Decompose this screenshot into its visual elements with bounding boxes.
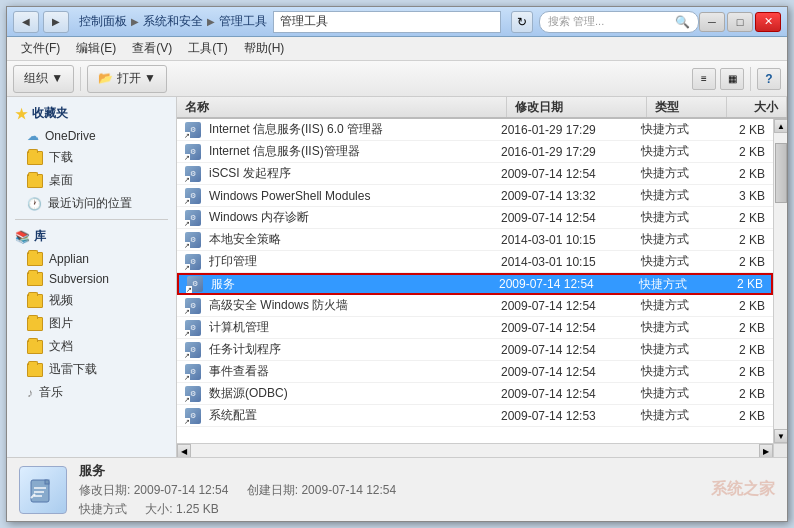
organize-button[interactable]: 组织 ▼ xyxy=(13,65,74,93)
horizontal-scrollbar[interactable]: ◀ ▶ xyxy=(177,443,773,457)
toolbar-right: ≡ ▦ ? xyxy=(692,67,781,91)
folder-icon-downloads xyxy=(27,151,43,165)
address-text: 管理工具 xyxy=(280,13,494,30)
sidebar-item-applian[interactable]: Applian xyxy=(7,249,176,269)
clock-icon: 🕐 xyxy=(27,197,42,211)
file-icon: ⚙↗ xyxy=(187,276,203,292)
h-scroll-track[interactable] xyxy=(191,444,759,457)
table-row[interactable]: ⚙↗事件查看器2009-07-14 12:54快捷方式2 KB xyxy=(177,361,773,383)
vertical-scrollbar[interactable]: ▲ ▼ xyxy=(773,119,787,443)
sidebar-item-pictures[interactable]: 图片 xyxy=(7,312,176,335)
file-name-text: 数据源(ODBC) xyxy=(209,385,288,402)
sidebar-item-downloads[interactable]: 下载 xyxy=(7,146,176,169)
help-button[interactable]: ? xyxy=(757,68,781,90)
sidebar-item-documents[interactable]: 文档 xyxy=(7,335,176,358)
file-type-cell: 快捷方式 xyxy=(633,407,713,424)
column-name[interactable]: 名称 xyxy=(177,97,507,117)
scroll-right-button[interactable]: ▶ xyxy=(759,444,773,457)
sidebar-item-label: 文档 xyxy=(49,338,73,355)
sidebar-item-thunder[interactable]: 迅雷下载 xyxy=(7,358,176,381)
table-row[interactable]: ⚙↗Windows PowerShell Modules2009-07-14 1… xyxy=(177,185,773,207)
toolbar-separator xyxy=(80,67,81,91)
table-row[interactable]: ⚙↗打印管理2014-03-01 10:15快捷方式2 KB xyxy=(177,251,773,273)
table-row[interactable]: ⚙↗Windows 内存诊断2009-07-14 12:54快捷方式2 KB xyxy=(177,207,773,229)
column-size[interactable]: 大小 xyxy=(727,97,787,117)
file-type-cell: 快捷方式 xyxy=(633,187,713,204)
minimize-button[interactable]: ─ xyxy=(699,12,725,32)
open-button[interactable]: 📂 打开 ▼ xyxy=(87,65,167,93)
file-icon: ⚙↗ xyxy=(185,386,201,402)
menu-edit[interactable]: 编辑(E) xyxy=(68,38,124,59)
status-file-icon xyxy=(19,466,67,514)
file-icon: ⚙↗ xyxy=(185,144,201,160)
close-button[interactable]: ✕ xyxy=(755,12,781,32)
sidebar-header-library[interactable]: 📚 库 xyxy=(7,224,176,249)
sidebar-item-video[interactable]: 视频 xyxy=(7,289,176,312)
menu-bar: 文件(F) 编辑(E) 查看(V) 工具(T) 帮助(H) xyxy=(7,37,787,61)
maximize-button[interactable]: □ xyxy=(727,12,753,32)
file-icon: ⚙↗ xyxy=(185,254,201,270)
sidebar-item-recent[interactable]: 🕐 最近访问的位置 xyxy=(7,192,176,215)
status-bar: 服务 修改日期: 2009-07-14 12:54 创建日期: 2009-07-… xyxy=(7,457,787,521)
sidebar-item-onedrive[interactable]: ☁ OneDrive xyxy=(7,126,176,146)
file-icon: ⚙↗ xyxy=(185,232,201,248)
sidebar-item-label: 音乐 xyxy=(39,384,63,401)
file-type-cell: 快捷方式 xyxy=(633,165,713,182)
file-list: ⚙↗Internet 信息服务(IIS) 6.0 管理器2016-01-29 1… xyxy=(177,119,773,443)
back-button[interactable]: ◀ xyxy=(13,11,39,33)
sidebar-item-music[interactable]: ♪ 音乐 xyxy=(7,381,176,404)
file-size-cell: 2 KB xyxy=(713,145,773,159)
forward-button[interactable]: ▶ xyxy=(43,11,69,33)
scrollbar-corner xyxy=(773,443,787,457)
table-row[interactable]: ⚙↗Internet 信息服务(IIS) 6.0 管理器2016-01-29 1… xyxy=(177,119,773,141)
table-row[interactable]: ⚙↗Internet 信息服务(IIS)管理器2016-01-29 17:29快… xyxy=(177,141,773,163)
scroll-down-button[interactable]: ▼ xyxy=(774,429,787,443)
column-date[interactable]: 修改日期 xyxy=(507,97,647,117)
sidebar-item-label: 桌面 xyxy=(49,172,73,189)
column-type[interactable]: 类型 xyxy=(647,97,727,117)
file-name-cell: ⚙↗本地安全策略 xyxy=(177,231,493,248)
scroll-track[interactable] xyxy=(774,133,787,429)
search-bar[interactable]: 搜索 管理... 🔍 xyxy=(539,11,699,33)
status-details-1: 修改日期: 2009-07-14 12:54 创建日期: 2009-07-14 … xyxy=(79,482,699,499)
scroll-up-button[interactable]: ▲ xyxy=(774,119,787,133)
file-name-cell: ⚙↗高级安全 Windows 防火墙 xyxy=(177,297,493,314)
status-info: 服务 修改日期: 2009-07-14 12:54 创建日期: 2009-07-… xyxy=(79,462,699,518)
watermark-text: 系统之家 xyxy=(711,479,775,500)
scroll-left-button[interactable]: ◀ xyxy=(177,444,191,457)
table-row[interactable]: ⚙↗服务2009-07-14 12:54快捷方式2 KB xyxy=(177,273,773,295)
sidebar-item-subversion[interactable]: Subversion xyxy=(7,269,176,289)
path-segment-3[interactable]: 管理工具 xyxy=(219,13,267,30)
status-date-modified: 修改日期: 2009-07-14 12:54 xyxy=(79,483,228,497)
sidebar-section-library: 📚 库 Applian Subversion 视频 图片 xyxy=(7,224,176,404)
menu-help[interactable]: 帮助(H) xyxy=(236,38,293,59)
file-date-cell: 2009-07-14 12:53 xyxy=(493,409,633,423)
menu-tools[interactable]: 工具(T) xyxy=(180,38,235,59)
table-row[interactable]: ⚙↗iSCSI 发起程序2009-07-14 12:54快捷方式2 KB xyxy=(177,163,773,185)
sidebar-section-label-library: 库 xyxy=(34,228,46,245)
scroll-thumb[interactable] xyxy=(775,143,787,203)
sidebar-item-desktop[interactable]: 桌面 xyxy=(7,169,176,192)
menu-file[interactable]: 文件(F) xyxy=(13,38,68,59)
table-row[interactable]: ⚙↗高级安全 Windows 防火墙2009-07-14 12:54快捷方式2 … xyxy=(177,295,773,317)
sidebar: ★ 收藏夹 ☁ OneDrive 下载 桌面 🕐 最近访问的位置 xyxy=(7,97,177,457)
view-grid-button[interactable]: ▦ xyxy=(720,68,744,90)
star-icon: ★ xyxy=(15,106,28,122)
table-row[interactable]: ⚙↗数据源(ODBC)2009-07-14 12:54快捷方式2 KB xyxy=(177,383,773,405)
menu-view[interactable]: 查看(V) xyxy=(124,38,180,59)
sidebar-header-favorites[interactable]: ★ 收藏夹 xyxy=(7,101,176,126)
file-size-cell: 3 KB xyxy=(713,189,773,203)
sidebar-section-label-favorites: 收藏夹 xyxy=(32,105,68,122)
address-bar[interactable]: 管理工具 xyxy=(273,11,501,33)
file-size-cell: 2 KB xyxy=(713,409,773,423)
folder-icon-video xyxy=(27,294,43,308)
refresh-button[interactable]: ↻ xyxy=(511,11,533,33)
table-row[interactable]: ⚙↗系统配置2009-07-14 12:53快捷方式2 KB xyxy=(177,405,773,427)
path-segment-1[interactable]: 控制面板 xyxy=(79,13,127,30)
folder-icon-applian xyxy=(27,252,43,266)
view-list-button[interactable]: ≡ xyxy=(692,68,716,90)
path-segment-2[interactable]: 系统和安全 xyxy=(143,13,203,30)
table-row[interactable]: ⚙↗本地安全策略2014-03-01 10:15快捷方式2 KB xyxy=(177,229,773,251)
table-row[interactable]: ⚙↗计算机管理2009-07-14 12:54快捷方式2 KB xyxy=(177,317,773,339)
table-row[interactable]: ⚙↗任务计划程序2009-07-14 12:54快捷方式2 KB xyxy=(177,339,773,361)
